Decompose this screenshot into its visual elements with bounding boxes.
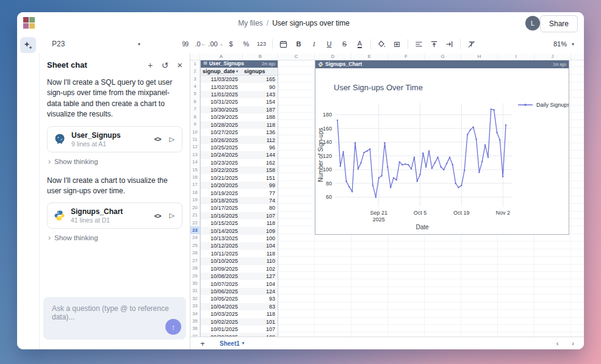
table-row[interactable]: 11/01/2025143 [201, 91, 278, 98]
row-header-27[interactable]: 27 [190, 257, 200, 264]
table-row[interactable]: 10/29/2025188 [201, 113, 278, 121]
row-header-33[interactable]: 33 [190, 302, 200, 310]
table-row[interactable]: 10/01/2025107 [201, 326, 278, 333]
cell-signup-date[interactable]: 10/20/2025 [201, 182, 241, 188]
cell-signup-date[interactable]: 10/12/2025 [201, 243, 241, 249]
cell-signups[interactable]: 124 [241, 288, 278, 294]
table-row[interactable]: 10/22/2025158 [201, 166, 278, 174]
row-header-20[interactable]: 20 [190, 204, 200, 211]
column-header-signup-date[interactable]: signup_date [203, 68, 235, 74]
table-row[interactable]: 10/19/202577 [201, 189, 278, 196]
text-color-button[interactable]: A [358, 40, 362, 48]
row-header-32[interactable]: 32 [190, 294, 200, 302]
cell-signups[interactable]: 188 [241, 114, 278, 120]
column-header-signups[interactable]: signups [243, 68, 278, 74]
chart-header-bar[interactable]: Signups_Chart 1m ago [315, 60, 569, 68]
scroll-right-button[interactable]: › [572, 340, 574, 347]
row-header-23[interactable]: 23 [190, 226, 200, 234]
table-row[interactable]: 10/14/2025109 [201, 227, 278, 234]
borders-button[interactable]: ⊞ [389, 37, 405, 51]
cell-signup-date[interactable]: 10/16/2025 [201, 213, 241, 219]
row-header-8[interactable]: 8 [190, 113, 200, 120]
row-header-6[interactable]: 6 [190, 98, 200, 105]
cell-signups[interactable]: 154 [241, 99, 278, 105]
cell-signup-date[interactable]: 10/06/2025 [201, 288, 241, 294]
table-row[interactable]: 10/05/202593 [201, 295, 278, 302]
cell-signup-date[interactable]: 10/28/2025 [201, 122, 241, 128]
row-header-9[interactable]: 9 [190, 120, 200, 127]
chart-cell-signups-chart[interactable]: Signups_Chart 1m ago 6080100120140160180… [315, 60, 569, 235]
cell-signups[interactable]: 118 [241, 311, 278, 317]
cell-reference-box[interactable]: P23 ▾ [39, 40, 144, 48]
table-row[interactable]: 10/03/2025118 [201, 310, 278, 318]
increase-decimals-button[interactable]: .00 → [208, 37, 223, 51]
table-row[interactable]: 10/08/2025127 [201, 273, 278, 280]
cell-signups[interactable]: 107 [241, 213, 278, 219]
cell-signups[interactable]: 101 [241, 319, 278, 325]
cell-signups[interactable]: 136 [241, 129, 278, 135]
table-row[interactable]: 10/20/202599 [201, 182, 278, 189]
row-header-25[interactable]: 25 [190, 241, 200, 249]
cell-signup-date[interactable]: 10/18/2025 [201, 198, 241, 204]
cell-signups[interactable]: 151 [241, 175, 278, 181]
table-row[interactable]: 10/30/2025187 [201, 106, 278, 113]
cell-signup-date[interactable]: 10/07/2025 [201, 281, 241, 287]
row-header-28[interactable]: 28 [190, 264, 200, 271]
cell-signup-date[interactable]: 10/19/2025 [201, 190, 241, 196]
row-header-26[interactable]: 26 [190, 249, 200, 257]
row-header-31[interactable]: 31 [190, 287, 200, 294]
column-header-E[interactable]: E [351, 54, 388, 60]
app-logo-icon[interactable] [23, 17, 35, 29]
table-row[interactable]: 10/04/202583 [201, 303, 278, 310]
table-row[interactable]: 10/18/202574 [201, 197, 278, 204]
data-table-user-signups[interactable]: ⊞ User_Signups 2m ago signup_date ▾ sign… [200, 60, 278, 341]
cell-signup-date[interactable]: 10/02/2025 [201, 319, 241, 325]
column-header-A[interactable]: A [200, 54, 243, 60]
table-row[interactable]: 10/09/2025102 [201, 265, 278, 273]
cell-signup-date[interactable]: 10/08/2025 [201, 273, 241, 279]
table-row[interactable]: 10/11/2025118 [201, 250, 278, 257]
cell-signups[interactable]: 104 [241, 243, 278, 249]
column-header-G[interactable]: G [425, 54, 461, 60]
view-code-icon[interactable]: <> [154, 212, 161, 219]
zoom-control[interactable]: 81% ▾ [553, 40, 584, 48]
row-header-13[interactable]: 13 [190, 151, 200, 158]
cell-signup-date[interactable]: 11/01/2025 [201, 91, 241, 98]
row-header-1[interactable]: 1 [190, 60, 200, 67]
cell-signups[interactable]: 93 [241, 296, 278, 302]
cell-signup-date[interactable]: 10/31/2025 [201, 99, 241, 105]
cell-signup-date[interactable]: 10/23/2025 [201, 160, 241, 166]
bold-button[interactable]: B [291, 37, 306, 51]
spreadsheet-grid[interactable]: ABCDEFGHIJ 12345678910111213141516171819… [190, 54, 584, 349]
cell-signups[interactable]: 118 [241, 122, 278, 128]
run-code-icon[interactable]: ▷ [170, 135, 175, 143]
show-thinking-toggle[interactable]: › Show thinking [48, 234, 181, 242]
cell-signups[interactable]: 107 [241, 326, 278, 332]
row-header-22[interactable]: 22 [190, 219, 200, 226]
cell-signup-date[interactable]: 10/14/2025 [201, 228, 241, 234]
view-code-icon[interactable]: <> [154, 135, 161, 143]
cell-signup-date[interactable]: 10/03/2025 [201, 311, 241, 317]
row-header-7[interactable]: 7 [190, 105, 200, 113]
add-sheet-button[interactable]: + [196, 339, 209, 348]
cell-signups[interactable]: 127 [241, 273, 278, 279]
cell-signups[interactable]: 118 [241, 220, 278, 226]
column-header-H[interactable]: H [461, 54, 498, 60]
row-header-29[interactable]: 29 [190, 272, 200, 279]
cell-signup-date[interactable]: 10/24/2025 [201, 152, 241, 158]
table-row[interactable]: 10/24/2025144 [201, 151, 278, 159]
row-header-3[interactable]: 3 [190, 75, 200, 82]
column-header-D[interactable]: D [315, 54, 351, 60]
cell-signup-date[interactable]: 10/22/2025 [201, 167, 241, 173]
cell-signups[interactable]: 112 [241, 137, 278, 143]
ai-chat-toggle-button[interactable] [20, 37, 36, 53]
percent-format-button[interactable]: % [239, 37, 254, 51]
table-row[interactable]: 10/10/2025110 [201, 257, 278, 265]
cell-signup-date[interactable]: 10/29/2025 [201, 114, 241, 120]
table-row[interactable]: 10/15/2025118 [201, 219, 278, 227]
scroll-left-button[interactable]: ‹ [556, 340, 559, 347]
cell-signup-date[interactable]: 10/13/2025 [201, 235, 241, 241]
share-button[interactable]: Share [540, 15, 578, 32]
row-header-35[interactable]: 35 [190, 317, 200, 324]
cell-signups[interactable]: 143 [241, 91, 278, 98]
